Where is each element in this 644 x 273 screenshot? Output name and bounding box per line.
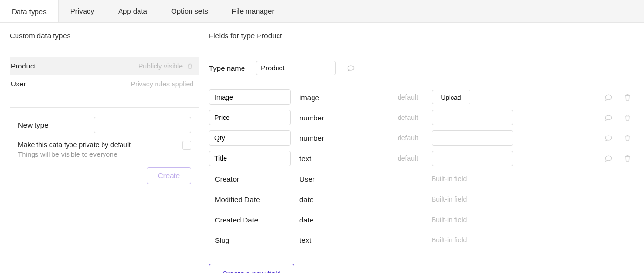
field-type-label: text xyxy=(299,154,393,163)
private-sublabel: Things will be visible to everyone xyxy=(18,151,131,158)
tab-data-types[interactable]: Data types xyxy=(0,0,59,22)
field-row: CreatorUserBuilt-in field xyxy=(209,171,634,187)
field-name-label: Slug xyxy=(209,236,295,244)
field-type-label: text xyxy=(299,236,393,244)
builtin-label: Built-in field xyxy=(432,216,599,223)
field-name-input[interactable] xyxy=(209,110,291,125)
trash-icon[interactable] xyxy=(624,93,634,101)
new-type-box: New type Make this data type private by … xyxy=(10,107,199,192)
type-row-user[interactable]: User Privacy rules applied xyxy=(10,75,199,93)
type-name-label: Type name xyxy=(209,64,245,72)
trash-icon[interactable] xyxy=(624,134,634,142)
field-row: Modified DatedateBuilt-in field xyxy=(209,191,634,207)
default-label: default xyxy=(398,114,427,121)
field-row: SlugtextBuilt-in field xyxy=(209,232,634,248)
new-type-label: New type xyxy=(18,121,49,129)
trash-icon[interactable] xyxy=(624,154,634,162)
comment-icon[interactable] xyxy=(347,64,355,72)
trash-icon[interactable] xyxy=(187,63,193,69)
field-type-label: date xyxy=(299,195,393,204)
tab-privacy[interactable]: Privacy xyxy=(59,0,106,22)
field-type-label: number xyxy=(299,114,393,122)
right-panel: Fields for type Product Type name imaged… xyxy=(199,23,644,273)
default-input[interactable] xyxy=(432,110,513,125)
field-row: imagedefaultUpload xyxy=(209,89,634,105)
private-label: Make this data type private by default xyxy=(18,141,131,149)
type-visibility-label: Privacy rules applied xyxy=(131,80,193,88)
tab-app-data[interactable]: App data xyxy=(106,0,159,22)
comment-icon[interactable] xyxy=(604,113,619,122)
comment-icon[interactable] xyxy=(604,93,619,102)
default-input[interactable] xyxy=(432,151,513,166)
tabs-bar: Data types Privacy App data Option sets … xyxy=(0,0,644,23)
comment-icon[interactable] xyxy=(604,154,619,163)
comment-icon[interactable] xyxy=(604,134,619,142)
tab-file-manager[interactable]: File manager xyxy=(220,0,287,22)
field-type-label: image xyxy=(299,93,393,102)
default-input[interactable] xyxy=(432,130,513,146)
type-visibility-label: Publicly visible xyxy=(139,62,183,70)
field-name-input[interactable] xyxy=(209,89,291,105)
field-type-label: User xyxy=(299,175,393,183)
default-label: default xyxy=(398,134,427,142)
left-panel: Custom data types Product Publicly visib… xyxy=(0,23,199,192)
field-type-label: number xyxy=(299,134,393,142)
fields-list: imagedefaultUploadnumberdefaultnumberdef… xyxy=(209,89,634,248)
tab-option-sets[interactable]: Option sets xyxy=(159,0,220,22)
field-row: numberdefault xyxy=(209,109,634,126)
field-name-label: Creator xyxy=(209,175,295,183)
field-row: textdefault xyxy=(209,150,634,167)
upload-button[interactable]: Upload xyxy=(432,90,470,104)
custom-types-heading: Custom data types xyxy=(10,32,199,47)
type-row-product[interactable]: Product Publicly visible xyxy=(10,57,199,75)
field-name-label: Created Date xyxy=(209,216,295,224)
trash-icon[interactable] xyxy=(624,114,634,121)
create-type-button[interactable]: Create xyxy=(147,167,191,184)
field-row: numberdefault xyxy=(209,130,634,146)
type-name: User xyxy=(10,80,26,88)
default-label: default xyxy=(398,93,427,101)
default-label: default xyxy=(398,154,427,162)
field-type-label: date xyxy=(299,216,393,224)
type-name: Product xyxy=(10,62,36,70)
field-name-input[interactable] xyxy=(209,151,291,166)
builtin-label: Built-in field xyxy=(432,175,599,183)
builtin-label: Built-in field xyxy=(432,195,599,203)
create-field-button[interactable]: Create a new field xyxy=(209,264,294,273)
type-name-input[interactable] xyxy=(256,61,336,75)
field-name-input[interactable] xyxy=(209,130,291,146)
new-type-input[interactable] xyxy=(94,117,191,133)
field-name-label: Modified Date xyxy=(209,195,295,204)
private-checkbox[interactable] xyxy=(182,141,191,150)
builtin-label: Built-in field xyxy=(432,236,599,244)
field-row: Created DatedateBuilt-in field xyxy=(209,211,634,228)
fields-heading: Fields for type Product xyxy=(209,32,634,47)
